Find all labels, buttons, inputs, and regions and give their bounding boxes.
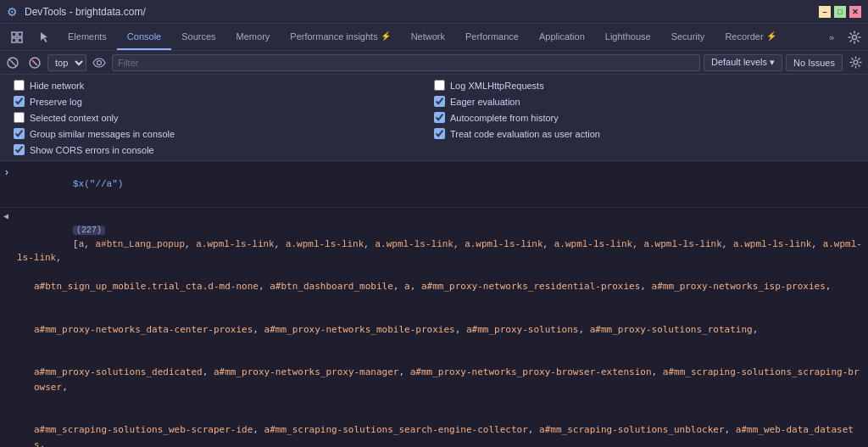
tab-sources[interactable]: Sources: [171, 24, 225, 50]
cmd-prompt-arrow: ›: [3, 165, 12, 182]
tab-console[interactable]: Console: [117, 24, 171, 50]
cmd-expression: $x("//a"): [17, 163, 865, 205]
tab-performance-insights[interactable]: Performance insights ⚡: [280, 24, 400, 50]
tab-recorder[interactable]: Recorder ⚡: [715, 24, 786, 50]
svg-rect-0: [12, 32, 16, 36]
tab-elements[interactable]: Elements: [58, 24, 117, 50]
result-count-badge: (227): [73, 226, 105, 235]
tab-lighthouse[interactable]: Lighthouse: [595, 24, 661, 50]
svg-rect-1: [18, 32, 22, 36]
window-controls: – □ ✕: [819, 6, 861, 18]
treat-code-evaluation-checkbox[interactable]: Treat code evaluation as user action: [434, 128, 854, 139]
settings-left-col: Hide network Preserve log Selected conte…: [14, 80, 434, 155]
devtools-settings-gear[interactable]: [841, 24, 868, 50]
more-tabs-button[interactable]: »: [822, 24, 841, 50]
output-entry-1[interactable]: ◀ (227) [a, a#btn_Lang_popup, a.wpml-ls-…: [0, 208, 868, 448]
filter-toggle-button[interactable]: [25, 53, 44, 72]
tab-application[interactable]: Application: [529, 24, 595, 50]
clear-console-button[interactable]: [3, 53, 22, 72]
show-cors-checkbox[interactable]: Show CORS errors in console: [14, 144, 434, 155]
console-output[interactable]: › $x("//a") ◀ (227) [a, a#btn_Lang_popup…: [0, 161, 868, 447]
tab-performance[interactable]: Performance: [455, 24, 529, 50]
devtools-body: Elements Console Sources Memory Performa…: [0, 24, 868, 447]
default-levels-button[interactable]: Default levels ▾: [704, 54, 782, 71]
devtools-cursor-icon[interactable]: [31, 24, 58, 50]
title-bar-title: DevTools - brightdata.com/: [25, 6, 812, 18]
filter-input[interactable]: [112, 54, 700, 71]
devtools-tabs: Elements Console Sources Memory Performa…: [0, 24, 868, 51]
svg-point-4: [853, 35, 857, 39]
svg-point-9: [97, 60, 102, 64]
no-issues-button[interactable]: No Issues: [786, 54, 843, 71]
console-settings-gear[interactable]: [846, 53, 865, 72]
title-bar: ⚙ DevTools - brightdata.com/ – □ ✕: [0, 0, 868, 24]
svg-point-10: [854, 60, 858, 64]
console-main: top Default levels ▾ No Issues Hide netw…: [0, 51, 868, 447]
context-selector[interactable]: top: [47, 54, 86, 71]
eager-evaluation-checkbox[interactable]: Eager evaluation: [434, 96, 854, 107]
group-similar-checkbox[interactable]: Group similar messages in console: [14, 128, 434, 139]
svg-rect-3: [18, 38, 22, 42]
svg-line-6: [9, 59, 16, 66]
devtools-inspect-icon[interactable]: [3, 24, 31, 50]
tab-memory[interactable]: Memory: [226, 24, 281, 50]
hide-network-checkbox[interactable]: Hide network: [14, 80, 434, 91]
minimize-button[interactable]: –: [819, 6, 831, 18]
svg-line-8: [32, 60, 37, 65]
tab-security[interactable]: Security: [661, 24, 715, 50]
output-content: (227) [a, a#btn_Lang_popup, a.wpml-ls-li…: [17, 210, 865, 448]
settings-right-col: Log XMLHttpRequests Eager evaluation Aut…: [434, 80, 854, 155]
preserve-log-checkbox[interactable]: Preserve log: [14, 96, 434, 107]
settings-panel: Hide network Preserve log Selected conte…: [0, 75, 868, 161]
tab-network[interactable]: Network: [401, 24, 455, 50]
selected-context-checkbox[interactable]: Selected context only: [14, 112, 434, 123]
autocomplete-history-checkbox[interactable]: Autocomplete from history: [434, 112, 854, 123]
log-xhr-checkbox[interactable]: Log XMLHttpRequests: [434, 80, 854, 91]
collapse-arrow[interactable]: ◀: [3, 210, 12, 223]
console-toolbar: top Default levels ▾ No Issues: [0, 51, 868, 75]
eye-icon[interactable]: [90, 53, 108, 72]
close-button[interactable]: ✕: [849, 6, 861, 18]
devtools-icon: ⚙: [7, 5, 18, 19]
maximize-button[interactable]: □: [834, 6, 846, 18]
cmd-input-entry: › $x("//a"): [0, 161, 868, 208]
svg-rect-2: [12, 38, 16, 42]
